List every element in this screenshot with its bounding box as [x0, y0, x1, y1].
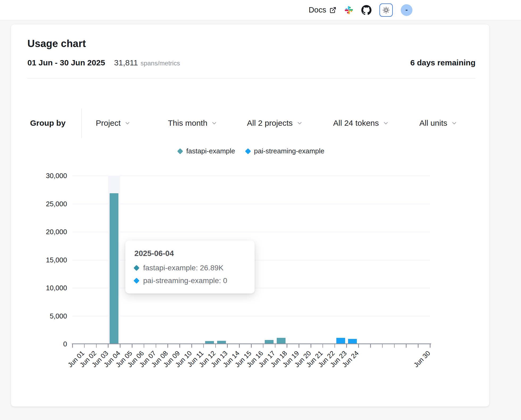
date-range: 01 Jun - 30 Jun 2025	[27, 58, 105, 67]
x-axis-tick	[179, 344, 180, 348]
sun-icon	[382, 6, 390, 14]
tooltip-diamond-icon	[134, 278, 140, 284]
divider	[27, 78, 475, 79]
x-axis-tick	[275, 344, 276, 348]
y-axis-label: 5,000	[32, 312, 67, 320]
gridline	[72, 316, 430, 316]
group-by-label: Group by	[30, 119, 65, 128]
y-axis-label: 25,000	[32, 200, 67, 208]
top-header: Docs	[0, 0, 521, 20]
dropdown-value: This month	[168, 119, 207, 128]
x-axis-tick	[120, 344, 121, 348]
y-axis-label: 10,000	[32, 284, 67, 292]
tooltip-row-text: pai-streaming-example: 0	[143, 276, 227, 285]
tooltip-row-text: fastapi-example: 26.89K	[143, 264, 224, 272]
slack-icon[interactable]	[344, 6, 353, 15]
bar-fastapi-example-jun-04[interactable]	[110, 193, 118, 344]
chart-tooltip: 2025-06-04 fastapi-example: 26.89Kpai-st…	[125, 241, 255, 293]
theme-toggle-button[interactable]	[379, 3, 393, 17]
usage-summary-row: 01 Jun - 30 Jun 2025 31,811 spans/metric…	[27, 58, 475, 67]
total-count: 31,811	[114, 58, 138, 67]
filter-row: Group by ProjectThis monthAll 2 projects…	[11, 115, 490, 132]
gridline	[72, 176, 430, 176]
x-axis-tick	[144, 344, 144, 348]
filter-dropdown-all-2-projects[interactable]: All 2 projects	[247, 119, 303, 128]
docs-link-label: Docs	[309, 6, 326, 14]
filter-dropdown-all-24-tokens[interactable]: All 24 tokens	[333, 119, 389, 128]
y-axis-label: 30,000	[32, 172, 67, 180]
page: Docs	[0, 0, 521, 420]
bar-fastapi-example-jun-18[interactable]	[277, 338, 286, 344]
y-axis-label: 0	[32, 340, 67, 348]
tooltip-row-pai-streaming-example: pai-streaming-example: 0	[134, 276, 246, 285]
x-axis-tick	[334, 344, 335, 348]
days-remaining: 6 days remaining	[410, 58, 475, 67]
x-axis-tick	[108, 344, 109, 348]
legend-diamond-icon	[177, 148, 183, 154]
chevron-down-icon	[383, 120, 389, 126]
chevron-down-icon	[296, 120, 303, 126]
dropdown-value: All units	[419, 119, 447, 128]
x-axis-tick	[263, 344, 264, 348]
gridline	[72, 232, 430, 232]
x-axis-tick	[346, 344, 347, 348]
legend-label: pai-streaming-example	[254, 147, 324, 155]
page-title: Usage chart	[27, 38, 86, 49]
x-axis-tick	[239, 344, 240, 348]
x-axis-tick	[311, 344, 311, 348]
x-axis-tick	[191, 344, 192, 348]
dropdown-value: Project	[96, 119, 121, 128]
tooltip-diamond-icon	[134, 265, 140, 271]
avatar-label: -	[406, 6, 408, 14]
x-axis-tick	[322, 344, 323, 348]
chevron-down-icon	[211, 120, 217, 126]
x-axis-tick	[430, 344, 431, 348]
total-unit-label: spans/metrics	[140, 60, 180, 67]
external-link-icon	[329, 7, 336, 14]
chart-legend: fastapi-examplepai-streaming-example	[72, 147, 430, 155]
x-axis-tick	[406, 344, 407, 348]
legend-item-fastapi-example[interactable]: fastapi-example	[178, 147, 235, 155]
avatar[interactable]: -	[401, 4, 412, 16]
filter-dropdown-project[interactable]: Project	[96, 119, 131, 128]
x-axis-tick	[358, 344, 359, 348]
x-axis-tick	[84, 344, 85, 348]
legend-item-pai-streaming-example[interactable]: pai-streaming-example	[246, 147, 324, 155]
vertical-divider	[81, 109, 82, 138]
github-icon[interactable]	[361, 5, 371, 15]
x-axis-tick	[251, 344, 252, 348]
filter-dropdown-this-month[interactable]: This month	[168, 119, 217, 128]
x-axis-tick	[418, 344, 419, 348]
y-axis-label: 20,000	[32, 228, 67, 236]
chevron-down-icon	[451, 120, 457, 126]
x-axis-tick	[394, 344, 395, 348]
x-axis-tick	[227, 344, 228, 348]
x-axis-tick	[132, 344, 133, 348]
x-axis-tick	[215, 344, 216, 348]
dropdown-value: All 2 projects	[247, 119, 293, 128]
x-axis-tick	[167, 344, 168, 348]
docs-link[interactable]: Docs	[309, 6, 336, 14]
gridline	[72, 204, 430, 204]
x-axis-tick	[203, 344, 204, 348]
bar-pai-streaming-example-jun-23[interactable]	[336, 338, 345, 344]
x-axis-tick	[96, 344, 97, 348]
chevron-down-icon	[124, 120, 131, 126]
x-axis-tick	[299, 344, 299, 348]
x-axis-tick	[370, 344, 371, 348]
legend-diamond-icon	[245, 148, 251, 154]
x-axis-label: Jun 30	[388, 349, 432, 392]
usage-card: Usage chart 01 Jun - 30 Jun 2025 31,811 …	[11, 24, 490, 407]
tooltip-date: 2025-06-04	[134, 249, 246, 258]
tooltip-row-fastapi-example: fastapi-example: 26.89K	[134, 264, 246, 272]
x-axis-tick	[287, 344, 287, 348]
x-axis-tick	[382, 344, 383, 348]
x-axis-tick	[72, 344, 73, 348]
filter-dropdown-all-units[interactable]: All units	[419, 119, 457, 128]
x-axis-tick	[156, 344, 156, 348]
y-axis-label: 15,000	[32, 256, 67, 264]
dropdown-value: All 24 tokens	[333, 119, 379, 128]
legend-label: fastapi-example	[186, 147, 235, 155]
